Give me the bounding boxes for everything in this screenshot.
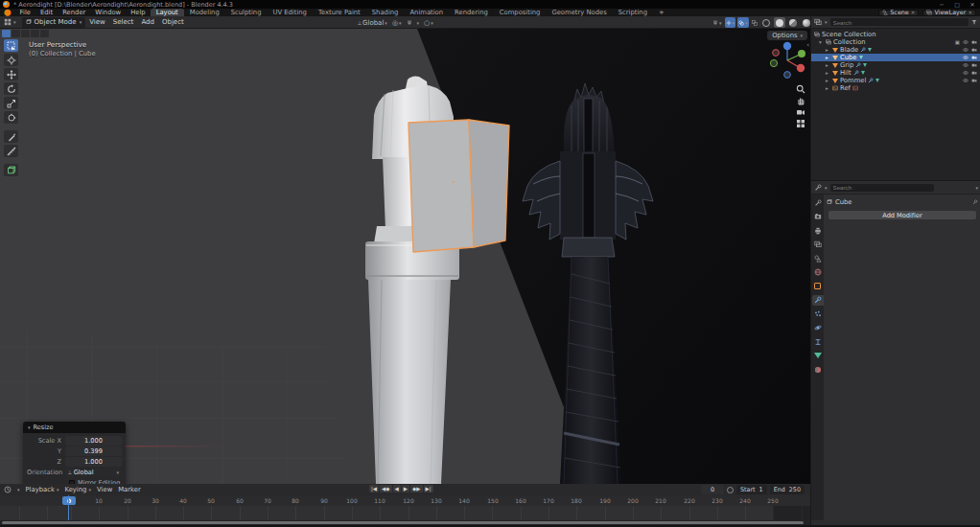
- tool-add-cube[interactable]: [4, 164, 18, 176]
- pivot-point-dropdown[interactable]: ◎▾: [391, 17, 403, 28]
- workspace-tab-texture-paint[interactable]: Texture Paint: [313, 9, 366, 16]
- select-mode-subtract[interactable]: [21, 30, 30, 37]
- prev-keyframe-button[interactable]: ◀◆: [380, 485, 391, 493]
- outliner-editor-icon[interactable]: [814, 18, 822, 26]
- close-button[interactable]: ✕: [965, 1, 980, 8]
- tab-render[interactable]: [812, 212, 824, 222]
- hide-eye-icon[interactable]: [963, 47, 968, 53]
- tool-annotate[interactable]: [4, 130, 18, 143]
- orientation-dropdown[interactable]: ⟂ Global ▾: [65, 468, 122, 477]
- tool-cursor[interactable]: [4, 54, 18, 66]
- tab-constraints[interactable]: [812, 336, 824, 347]
- workspace-tab-shading[interactable]: Shading: [366, 9, 405, 16]
- blender-menu-icon[interactable]: ⬤: [0, 9, 15, 16]
- toggle-xray[interactable]: [751, 17, 758, 28]
- auto-keying-toggle[interactable]: [727, 487, 734, 493]
- tool-scale[interactable]: [4, 97, 18, 109]
- sidebar-toggle-arrow[interactable]: ‹: [806, 41, 809, 49]
- playhead[interactable]: 0: [62, 496, 76, 505]
- scale-y-field[interactable]: 0.399: [65, 447, 122, 456]
- properties-editor-icon[interactable]: [814, 184, 822, 192]
- mode-selector[interactable]: Object Mode ▾: [22, 17, 86, 28]
- timeline-menu-view[interactable]: View: [97, 486, 112, 493]
- timeline-editor-dropdown[interactable]: ▾: [17, 487, 20, 493]
- workspace-tab-modeling[interactable]: Modeling: [184, 9, 225, 16]
- hide-eye-icon[interactable]: [963, 55, 968, 60]
- timeline-channel-area[interactable]: [0, 506, 810, 520]
- current-frame-field[interactable]: 0: [701, 485, 724, 494]
- play-reverse-button[interactable]: ◀: [393, 485, 401, 493]
- outliner-display-mode-dropdown[interactable]: ▾: [825, 19, 828, 25]
- viewport-menu-add[interactable]: Add: [137, 18, 158, 26]
- gizmo-z-axis[interactable]: [783, 42, 791, 50]
- outliner-row-hilt[interactable]: ▸ Hilt: [811, 69, 980, 77]
- scale-x-field[interactable]: 1.000: [65, 436, 122, 446]
- outliner-row-ref[interactable]: ▸ Ref: [811, 84, 980, 92]
- disable-render-icon[interactable]: [971, 78, 977, 83]
- camera-view-icon[interactable]: [797, 110, 805, 115]
- outliner-row-cube[interactable]: ▸ Cube: [811, 54, 980, 61]
- operator-panel-header[interactable]: ▾Resize: [23, 422, 126, 433]
- timeline-editor-icon[interactable]: [4, 486, 12, 493]
- workspace-tab-rendering[interactable]: Rendering: [449, 9, 494, 16]
- exclude-checkbox-icon[interactable]: ▣: [955, 39, 960, 45]
- select-mode-set[interactable]: [2, 30, 11, 37]
- timeline-ruler[interactable]: 10 20 30 40 50 60 70 80 90 100 110 120 1…: [0, 495, 810, 506]
- gizmo-y-neg-axis[interactable]: [770, 59, 777, 66]
- jump-to-start-button[interactable]: |◀: [369, 485, 379, 493]
- outliner-row-collection[interactable]: ▾ Collection ▣: [811, 38, 980, 46]
- end-frame-field[interactable]: End 250: [770, 485, 805, 494]
- tool-select-box[interactable]: [4, 39, 18, 52]
- outliner-filter-icon[interactable]: [971, 19, 977, 25]
- tool-rotate[interactable]: [4, 82, 18, 95]
- shading-wireframe-button[interactable]: [760, 17, 772, 28]
- outliner-row-pommel[interactable]: ▸ Pommel: [811, 77, 980, 84]
- workspace-tab-scripting[interactable]: Scripting: [613, 9, 653, 16]
- view-layer-selector[interactable]: ViewLayer ✕: [922, 10, 976, 16]
- hide-eye-icon[interactable]: [963, 62, 968, 68]
- disable-render-icon[interactable]: [971, 62, 977, 68]
- workspace-tab-sculpting[interactable]: Sculpting: [225, 9, 268, 16]
- snap-toggle[interactable]: [406, 17, 413, 28]
- tab-world[interactable]: [812, 267, 824, 278]
- workspace-tab-animation[interactable]: Animation: [404, 9, 449, 16]
- tab-tool[interactable]: [812, 197, 824, 208]
- timeline-menu-marker[interactable]: Marker: [118, 486, 141, 493]
- viewport-menu-select[interactable]: Select: [109, 18, 138, 26]
- add-workspace-button[interactable]: +: [653, 9, 670, 16]
- menu-window[interactable]: Window: [90, 9, 126, 16]
- workspace-tab-uv-editing[interactable]: UV Editing: [267, 9, 312, 16]
- disable-render-icon[interactable]: [971, 55, 977, 60]
- tool-measure[interactable]: [4, 145, 18, 157]
- shading-material-button[interactable]: [787, 17, 799, 28]
- properties-editor-dropdown[interactable]: ▾: [825, 185, 828, 191]
- tab-scene[interactable]: [812, 253, 824, 264]
- properties-search-input[interactable]: [830, 184, 934, 192]
- editor-type-selector[interactable]: ▾: [0, 18, 20, 26]
- disable-render-icon[interactable]: [971, 39, 977, 45]
- select-mode-intersect[interactable]: [40, 30, 49, 37]
- menu-file[interactable]: File: [15, 9, 35, 16]
- viewport-menu-view[interactable]: View: [85, 18, 109, 26]
- tab-modifiers[interactable]: [812, 295, 824, 306]
- tool-move[interactable]: [4, 68, 18, 80]
- 3d-viewport[interactable]: Options▾ ‹ User Perspective (0) Collecti…: [0, 29, 810, 484]
- pin-icon[interactable]: [972, 199, 978, 205]
- start-frame-field[interactable]: Start 1: [736, 485, 767, 494]
- timeline-menu-playback[interactable]: Playback ▾: [26, 486, 59, 493]
- properties-options-dropdown[interactable]: ▾: [975, 185, 978, 191]
- tab-view-layer[interactable]: [812, 240, 824, 250]
- tab-material[interactable]: [812, 364, 824, 375]
- shading-solid-button[interactable]: [774, 17, 785, 28]
- gizmo-z-neg-axis[interactable]: [784, 72, 791, 79]
- disable-render-icon[interactable]: [971, 70, 977, 76]
- next-keyframe-button[interactable]: ◆▶: [410, 485, 422, 493]
- options-dropdown[interactable]: Options▾: [767, 31, 807, 40]
- tool-transform[interactable]: [4, 111, 18, 124]
- snap-settings-dropdown[interactable]: ▾: [416, 17, 421, 28]
- transform-orientation-dropdown[interactable]: ⟂ Global ▾: [357, 17, 388, 28]
- play-button[interactable]: ▶: [402, 485, 409, 493]
- snap-magnet-toggle[interactable]: ▾: [712, 17, 723, 28]
- workspace-tab-compositing[interactable]: Compositing: [494, 9, 547, 16]
- outliner-row-blade[interactable]: ▸ Blade: [811, 46, 980, 54]
